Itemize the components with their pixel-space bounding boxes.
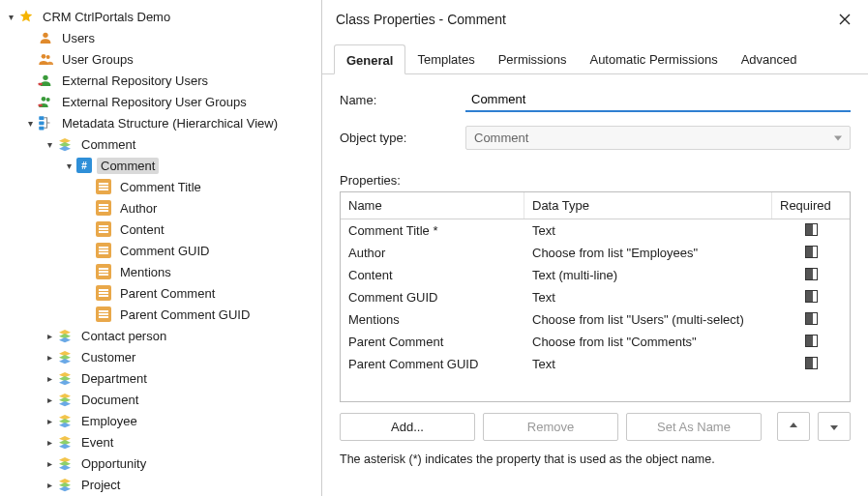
cell-name: Parent Comment GUID xyxy=(341,355,524,373)
table-header: Name Data Type Required xyxy=(341,192,850,219)
stack-icon xyxy=(56,135,74,153)
properties-label: Properties: xyxy=(340,173,851,188)
chevron-down-icon[interactable]: ▾ xyxy=(23,118,37,129)
required-checkbox[interactable] xyxy=(805,335,818,347)
tree-prop-parent[interactable]: Parent Comment xyxy=(4,282,321,304)
properties-table: Name Data Type Required Comment Title *T… xyxy=(340,191,851,402)
chevron-down-icon[interactable]: ▾ xyxy=(4,12,17,22)
remove-button[interactable]: Remove xyxy=(483,413,618,441)
chevron-down-icon[interactable]: ▾ xyxy=(43,139,56,150)
property-icon xyxy=(95,178,112,195)
structure-icon xyxy=(37,114,54,131)
cell-name: Mentions xyxy=(341,310,524,329)
chevron-right-icon[interactable]: ▸ xyxy=(43,373,56,384)
tab-permissions[interactable]: Permissions xyxy=(487,44,579,73)
move-up-button[interactable] xyxy=(777,412,810,441)
tree-document[interactable]: ▸Document xyxy=(4,389,321,410)
tree-users[interactable]: Users xyxy=(4,27,321,48)
required-checkbox[interactable] xyxy=(805,268,818,280)
tree-prop-author[interactable]: Author xyxy=(4,197,321,219)
close-icon[interactable] xyxy=(835,10,854,29)
tree-customer[interactable]: ▸Customer xyxy=(4,346,321,367)
class-properties-dialog: Class Properties - Comment General Templ… xyxy=(321,0,868,496)
tree-prop-label: Comment Title xyxy=(116,179,205,195)
chevron-right-icon[interactable]: ▸ xyxy=(43,437,56,448)
ext-group-icon xyxy=(37,93,54,110)
tree-ext-groups-label: External Repository User Groups xyxy=(58,94,251,110)
chevron-right-icon[interactable]: ▸ xyxy=(43,331,56,341)
tree-item-label: Opportunity xyxy=(77,455,150,472)
move-down-button[interactable] xyxy=(818,412,851,441)
svg-point-5 xyxy=(42,97,46,102)
user-icon xyxy=(37,29,54,46)
tree-project[interactable]: ▸Project xyxy=(4,474,321,495)
chevron-right-icon[interactable]: ▸ xyxy=(43,480,56,490)
chevron-right-icon[interactable]: ▸ xyxy=(43,416,56,426)
tree-contact[interactable]: ▸Contact person xyxy=(4,325,321,346)
col-name[interactable]: Name xyxy=(341,192,524,219)
svg-rect-4 xyxy=(39,83,43,86)
tree-comment-class[interactable]: ▾ Comment xyxy=(4,133,321,155)
required-checkbox[interactable] xyxy=(805,290,818,303)
tree-prop-content[interactable]: Content xyxy=(4,219,321,240)
cell-type: Text xyxy=(524,288,772,306)
table-row[interactable]: AuthorChoose from list "Employees" xyxy=(341,242,850,264)
stack-icon xyxy=(56,391,74,408)
cell-required xyxy=(772,266,850,284)
tree-users-label: Users xyxy=(58,30,99,46)
tree-prop-label: Parent Comment xyxy=(116,285,219,302)
chevron-right-icon[interactable]: ▸ xyxy=(43,458,56,469)
cell-required xyxy=(772,333,850,351)
tree-meta[interactable]: ▾ Metadata Structure (Hierarchical View) xyxy=(4,112,321,133)
table-row[interactable]: Comment GUIDText xyxy=(341,286,850,308)
tab-automatic-permissions[interactable]: Automatic Permissions xyxy=(578,44,729,73)
stack-icon xyxy=(56,348,74,365)
chevron-right-icon[interactable]: ▸ xyxy=(43,352,56,363)
tree-prop-parent-guid[interactable]: Parent Comment GUID xyxy=(4,304,321,325)
tree-opportunity[interactable]: ▸Opportunity xyxy=(4,452,321,474)
tree-user-groups[interactable]: User Groups xyxy=(4,48,321,70)
table-row[interactable]: ContentText (multi-line) xyxy=(341,264,850,286)
cell-required xyxy=(772,244,850,262)
required-checkbox[interactable] xyxy=(805,223,818,236)
cell-type: Text (multi-line) xyxy=(524,266,772,284)
table-row[interactable]: Parent CommentChoose from list "Comments… xyxy=(341,331,850,353)
svg-rect-7 xyxy=(39,104,43,107)
col-type[interactable]: Data Type xyxy=(524,192,772,219)
col-required[interactable]: Required xyxy=(772,192,850,219)
button-row: Add... Remove Set As Name xyxy=(340,412,851,441)
tab-general[interactable]: General xyxy=(334,44,405,74)
tree-prop-mentions[interactable]: Mentions xyxy=(4,261,321,282)
required-checkbox[interactable] xyxy=(805,357,818,369)
name-input[interactable] xyxy=(465,88,851,112)
tree-ext-groups[interactable]: External Repository User Groups xyxy=(4,91,321,112)
property-icon xyxy=(95,220,112,238)
hash-icon: # xyxy=(75,157,93,174)
cell-name: Comment GUID xyxy=(341,288,524,306)
chevron-right-icon[interactable]: ▸ xyxy=(43,394,56,405)
tree-panel: ▾ CRM CtrlPortals Demo Users User Groups… xyxy=(0,0,321,496)
tree-prop-title[interactable]: Comment Title xyxy=(4,176,321,197)
tab-advanced[interactable]: Advanced xyxy=(730,44,809,73)
add-button[interactable]: Add... xyxy=(340,413,475,441)
table-row[interactable]: MentionsChoose from list "Users" (multi-… xyxy=(341,308,850,331)
tree-department[interactable]: ▸Department xyxy=(4,367,321,389)
tree-event[interactable]: ▸Event xyxy=(4,431,321,452)
tree-prop-label: Author xyxy=(116,200,161,217)
tree-root[interactable]: ▾ CRM CtrlPortals Demo xyxy=(4,6,321,27)
object-type-select[interactable]: Comment xyxy=(465,126,851,150)
property-icon xyxy=(95,306,112,323)
required-checkbox[interactable] xyxy=(805,312,818,325)
tree-item-label: Event xyxy=(77,434,117,451)
tree-item-label: Document xyxy=(77,392,142,408)
tree-employee[interactable]: ▸Employee xyxy=(4,410,321,431)
tree-comment-selected[interactable]: ▾ # Comment xyxy=(4,155,321,176)
table-row[interactable]: Comment Title *Text xyxy=(341,219,850,242)
chevron-down-icon[interactable]: ▾ xyxy=(62,160,75,171)
tree-ext-users[interactable]: External Repository Users xyxy=(4,70,321,91)
required-checkbox[interactable] xyxy=(805,246,818,258)
tree-prop-guid[interactable]: Comment GUID xyxy=(4,240,321,261)
set-as-name-button[interactable]: Set As Name xyxy=(626,413,762,441)
table-row[interactable]: Parent Comment GUIDText xyxy=(341,353,850,375)
tab-templates[interactable]: Templates xyxy=(405,44,486,73)
